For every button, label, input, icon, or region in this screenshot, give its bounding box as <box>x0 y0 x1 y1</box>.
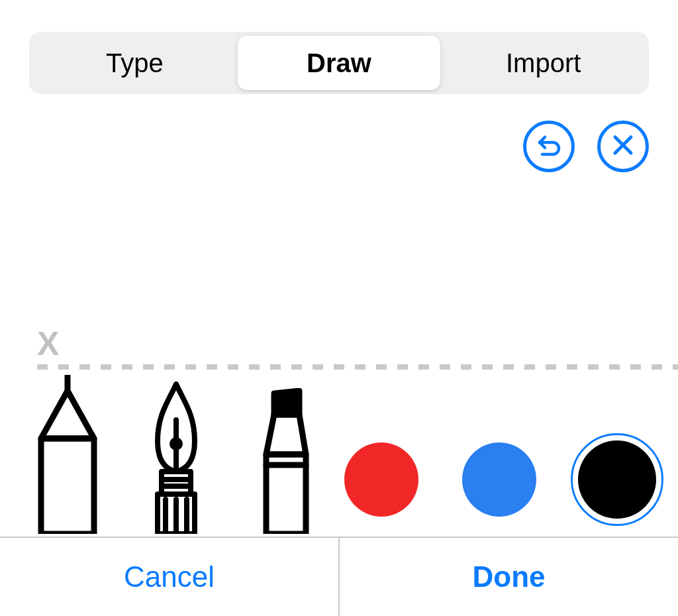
color-swatch-red[interactable] <box>335 433 428 526</box>
color-swatch-black[interactable] <box>571 433 663 526</box>
pencil-icon <box>26 375 109 537</box>
tab-draw[interactable]: Draw <box>238 36 441 90</box>
drawing-canvas[interactable]: X <box>0 172 678 375</box>
red-color-icon <box>344 442 418 517</box>
baseline-marker: X <box>37 327 59 360</box>
cancel-button[interactable]: Cancel <box>0 538 338 616</box>
blue-color-icon <box>462 442 536 517</box>
done-button[interactable]: Done <box>340 538 678 616</box>
baseline-dashed-line <box>37 364 678 370</box>
top-area: Type Draw Import <box>0 0 678 94</box>
color-picker <box>335 433 663 537</box>
pen-tool-marker[interactable] <box>244 388 326 537</box>
undo-button[interactable] <box>523 121 575 172</box>
close-icon <box>610 132 636 161</box>
marker-icon <box>244 388 326 537</box>
tab-import[interactable]: Import <box>442 36 645 90</box>
pen-picker <box>26 375 326 537</box>
mode-segmented-control: Type Draw Import <box>29 32 649 94</box>
undo-icon <box>534 130 563 162</box>
pen-tool-fountain[interactable] <box>135 382 217 537</box>
bottom-bar: Cancel Done <box>0 537 678 616</box>
fountain-pen-icon <box>135 382 217 537</box>
tab-type[interactable]: Type <box>33 36 236 90</box>
baseline-guide: X <box>0 327 678 375</box>
black-color-icon <box>578 440 656 519</box>
tool-row <box>0 375 678 537</box>
pen-tool-pencil[interactable] <box>26 375 109 537</box>
svg-point-1 <box>172 440 180 448</box>
color-swatch-blue[interactable] <box>453 433 546 526</box>
clear-button[interactable] <box>597 121 649 172</box>
canvas-action-row <box>0 94 678 172</box>
